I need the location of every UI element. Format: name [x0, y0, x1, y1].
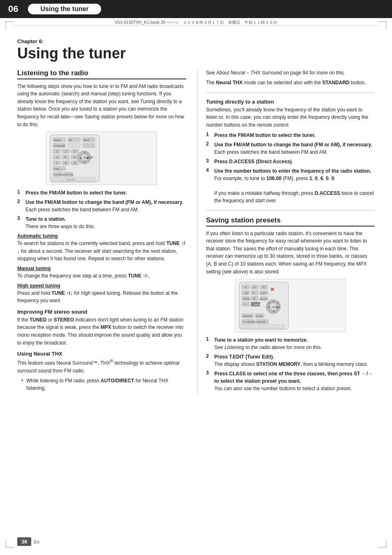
chapter-title: Using the tuner — [17, 45, 375, 62]
svg-text:A.ATT: A.ATT — [260, 292, 267, 294]
saving-step-1-text: Tune to a station you want to memorize.S… — [214, 336, 322, 351]
svg-text:+5: +5 — [55, 156, 59, 159]
svg-text:ST: ST — [277, 302, 279, 304]
two-column-layout: Listening to the radio The following ste… — [17, 69, 375, 395]
svg-text:STANDARD: STANDARD — [54, 145, 65, 147]
svg-text:▼: ▼ — [272, 310, 275, 313]
right-step-4-num: 4 — [206, 167, 212, 204]
svg-text:8: 8 — [254, 297, 255, 300]
saving-step-2-num: 2 — [206, 353, 212, 368]
crop-mark-tl — [6, 21, 14, 30]
svg-text:◀: ◀ — [268, 306, 270, 308]
tuning-direct-text: Sometimes, you'll already know the frequ… — [206, 106, 375, 129]
improving-fm-heading: Improving FM stereo sound — [17, 309, 186, 315]
header-bar: 06 Using the tuner — [0, 0, 392, 18]
svg-text:TV CONTROL: TV CONTROL — [243, 321, 256, 323]
svg-text:▶: ▶ — [87, 157, 89, 159]
saving-step-3-text: Press CLASS to select one of the three c… — [214, 370, 375, 392]
right-step-2: 2 Use the FM/AM button to change the ban… — [206, 141, 375, 156]
neural-bullet-list: While listening to FM radio, press AUTO/… — [17, 377, 186, 392]
saving-step-2: 2 Press T.EDIT (Tuner Edit).The display … — [206, 353, 375, 368]
step-3-text: Tune to a station.There are three ways t… — [25, 215, 95, 230]
svg-text:+: + — [245, 303, 247, 306]
svg-text:SELECT: SELECT — [260, 298, 268, 300]
remote-diagram-left: FM/AM AM INPUT STANDARD 1 2 3 — [46, 132, 157, 185]
manual-tuning-text: To change the frequency one step at a ti… — [17, 272, 186, 280]
header-title: Using the tuner — [28, 4, 101, 14]
svg-text:▲: ▲ — [83, 151, 86, 154]
svg-text:▶: ▶ — [277, 306, 279, 308]
highspeed-tuning-heading: High speed tuning — [17, 283, 186, 289]
svg-rect-9 — [83, 143, 95, 148]
svg-text:9: 9 — [74, 162, 76, 164]
remote-svg-right: 4 +5 6 SR 7 A.ATT ✕ RATED 8 — [237, 280, 344, 331]
step-3: 3 Tune to a station.There are three ways… — [17, 215, 186, 230]
saving-step-1: 1 Tune to a station you want to memorize… — [206, 336, 375, 351]
divider-1 — [206, 92, 375, 93]
top-meta: VSX-9130TXH_KU.book 36 ページ ２００８年４月１７日 木曜… — [12, 18, 380, 26]
manual-tuning-heading: Manual tuning — [17, 266, 186, 271]
saving-presets-text: If you often listen to a particular radi… — [206, 230, 375, 276]
chapter-number: 06 — [8, 4, 18, 14]
see-neural-text: See About Neural – THX Surround on page … — [206, 69, 375, 77]
left-column: Listening to the radio The following ste… — [17, 69, 186, 395]
svg-text:1: 1 — [56, 150, 58, 153]
svg-text:✕: ✕ — [270, 286, 275, 293]
svg-rect-85 — [239, 324, 284, 328]
svg-text:7: 7 — [253, 291, 254, 294]
svg-text:MASTER: MASTER — [67, 178, 75, 181]
svg-text:6: 6 — [74, 156, 76, 159]
improving-fm-text: If the TUNED or STEREO indicators don't … — [17, 316, 186, 347]
svg-text:TUNE ↑/↓: TUNE ↑/↓ — [54, 168, 62, 170]
svg-text:8: 8 — [65, 162, 67, 164]
svg-text:▲: ▲ — [272, 300, 275, 303]
svg-text:AM: AM — [69, 139, 72, 141]
neural-mode-text: The Neural THX mode can be selected also… — [206, 79, 375, 87]
neural-thx-text: This feature uses Neural Surround™, THX®… — [17, 358, 186, 375]
svg-rect-52 — [251, 291, 258, 295]
svg-text:4: 4 — [245, 286, 247, 289]
right-step-4-text: Use the number buttons to enter the freq… — [214, 167, 375, 204]
footer-lang: En — [34, 539, 39, 544]
right-step-3: 3 Press D.ACCESS (Direct Access). — [206, 158, 375, 165]
right-step-1-num: 1 — [206, 132, 212, 139]
chapter-label: Chapter 6: — [17, 38, 375, 44]
step-3-num: 3 — [17, 215, 23, 230]
right-step-2-num: 2 — [206, 141, 212, 156]
svg-text:RATED: RATED — [243, 298, 250, 300]
svg-text:5: 5 — [65, 156, 66, 159]
right-step-1: 1 Press the FM/AM button to select the t… — [206, 132, 375, 139]
svg-text:SECOND: SECOND — [257, 321, 266, 323]
svg-rect-8 — [68, 143, 80, 148]
svg-text:3: 3 — [74, 150, 76, 153]
remote-diagram-right: 4 +5 6 SR 7 A.ATT ✕ RATED 8 — [235, 279, 346, 332]
svg-text:6: 6 — [263, 286, 265, 289]
neural-thx-heading: Using Neural THX — [17, 351, 186, 357]
svg-text:INPUT: INPUT — [83, 139, 90, 141]
saving-presets-heading: Saving station presets — [206, 216, 375, 227]
listening-intro: The following steps show you how to tune… — [17, 83, 186, 129]
page-number: 36 — [17, 537, 31, 546]
right-step-3-text: Press D.ACCESS (Direct Access). — [214, 158, 293, 165]
step-2-text: Use the FM/AM button to change the band … — [25, 199, 183, 213]
svg-text:▼: ▼ — [83, 161, 86, 163]
right-column: See About Neural – THX Surround on page … — [198, 69, 375, 395]
svg-text:CLASS: CLASS — [256, 315, 263, 317]
auto-tuning-text: To search for stations in the currently … — [17, 240, 186, 263]
highspeed-tuning-text: Press and hold TUNE ↑/↓ for high speed t… — [17, 289, 186, 305]
auto-tuning-heading: Automatic tuning — [17, 233, 186, 239]
right-step-3-num: 3 — [206, 158, 212, 165]
saving-step-2-text: Press T.EDIT (Tuner Edit).The display sh… — [214, 353, 369, 368]
svg-text:+5: +5 — [253, 286, 256, 289]
svg-text:D.ACCESS: D.ACCESS — [54, 173, 65, 176]
svg-text:CAPLESS: CAPLESS — [242, 315, 252, 317]
step-1: 1 Press the FM/AM button to select the t… — [17, 189, 186, 197]
svg-text:ST: ST — [268, 302, 270, 304]
divider-2 — [206, 210, 375, 210]
svg-text:SR: SR — [244, 292, 248, 294]
svg-text:7: 7 — [56, 162, 58, 164]
remote-svg-left: FM/AM AM INPUT STANDARD 1 2 3 — [48, 133, 155, 184]
svg-text:◀: ◀ — [79, 157, 81, 159]
svg-text:ENTER: ENTER — [254, 303, 263, 306]
saving-step-3: 3 Press CLASS to select one of the three… — [206, 370, 375, 392]
